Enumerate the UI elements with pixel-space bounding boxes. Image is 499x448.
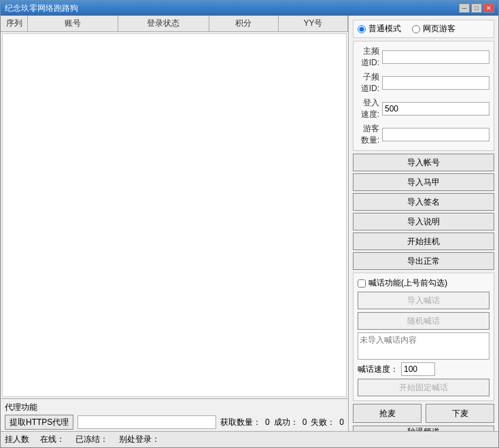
shout-header: 喊话功能(上号前勾选) — [358, 277, 489, 289]
main-channel-input[interactable] — [382, 50, 489, 64]
shout-speed-row: 喊话速度： — [358, 362, 489, 376]
quit-channel-button[interactable]: 秒退频道 — [353, 426, 494, 431]
finished-label: 已冻结： — [75, 434, 108, 445]
proxy-label: 代理功能 — [5, 402, 344, 413]
sub-channel-row: 子频道ID: — [358, 71, 489, 94]
main-content: 序列 账号 登录状态 积分 YY号 代理功能 提取HTTPS代理 获取数量： 0… — [1, 16, 498, 431]
proxy-bar: 代理功能 提取HTTPS代理 获取数量： 0 成功： 0 失败： 0 — [1, 398, 348, 431]
maximize-button[interactable]: □ — [471, 3, 482, 13]
export-normal-button[interactable]: 导出正常 — [353, 252, 494, 270]
table-header: 序列 账号 登录状态 积分 YY号 — [1, 16, 348, 32]
window-title: 纪念玖零网络跑路狗 — [5, 3, 78, 14]
title-bar: 纪念玖零网络跑路狗 ─ □ ✕ — [1, 1, 498, 16]
sub-channel-label: 子频道ID: — [358, 71, 379, 94]
col-header-status: 登录状态 — [118, 16, 209, 31]
finished-item: 已冻结： — [75, 434, 108, 445]
import-shout-button[interactable]: 导入喊话 — [358, 292, 489, 309]
login-speed-label: 登入速度: — [358, 97, 379, 120]
right-panel: 普通模式 网页游客 主频道ID: 子频道ID: 登入速度: — [349, 16, 498, 431]
status-bar: 挂人数 在线： 已冻结： 别处登录： — [1, 431, 498, 447]
main-channel-row: 主频道ID: — [358, 46, 489, 69]
shout-section: 喊话功能(上号前勾选) 导入喊话 随机喊话 喊话速度： 开始固定喊话 — [353, 273, 494, 401]
random-shout-button[interactable]: 随机喊话 — [358, 312, 489, 330]
login-speed-input[interactable] — [382, 102, 489, 116]
shout-speed-label: 喊话速度： — [358, 364, 398, 375]
hang-count-item: 挂人数 — [5, 434, 29, 445]
login-speed-row: 登入速度: — [358, 97, 489, 120]
proxy-row: 提取HTTPS代理 获取数量： 0 成功： 0 失败： 0 — [5, 415, 344, 430]
import-armor-button[interactable]: 导入马甲 — [353, 173, 494, 191]
mode-group: 普通模式 网页游客 — [353, 20, 494, 38]
mic-buttons: 抢麦 下麦 — [353, 404, 494, 423]
minimize-button[interactable]: ─ — [459, 3, 470, 13]
normal-mode-radio[interactable] — [358, 25, 366, 33]
diff-login-label: 别处登录： — [119, 434, 160, 445]
close-button[interactable]: ✕ — [483, 3, 494, 13]
guest-count-label: 游客数量: — [358, 123, 379, 146]
grab-mic-button[interactable]: 抢麦 — [353, 404, 421, 423]
action-buttons: 导入帐号 导入马甲 导入签名 导入说明 开始挂机 导出正常 — [353, 154, 494, 270]
proxy-input[interactable] — [78, 415, 216, 429]
normal-mode-option[interactable]: 普通模式 — [358, 23, 401, 35]
guest-count-row: 游客数量: — [358, 123, 489, 146]
start-bot-button[interactable]: 开始挂机 — [353, 232, 494, 250]
config-form: 主频道ID: 子频道ID: 登入速度: 游客数量: — [353, 41, 494, 151]
drop-mic-button[interactable]: 下麦 — [426, 404, 494, 423]
success-label: 成功： — [274, 417, 298, 428]
fetch-count-label: 获取数量： — [220, 417, 261, 428]
web-mode-radio[interactable] — [412, 25, 420, 33]
table-body — [2, 33, 347, 397]
sub-channel-input[interactable] — [382, 76, 489, 90]
fetch-count-value: 0 — [265, 417, 270, 427]
col-header-yy: YY号 — [279, 16, 348, 31]
import-desc-button[interactable]: 导入说明 — [353, 213, 494, 230]
left-panel: 序列 账号 登录状态 积分 YY号 代理功能 提取HTTPS代理 获取数量： 0… — [1, 16, 349, 431]
window-controls: ─ □ ✕ — [459, 3, 494, 13]
fail-value: 0 — [339, 417, 344, 427]
start-fixed-shout-button[interactable]: 开始固定喊话 — [358, 379, 489, 396]
import-account-button[interactable]: 导入帐号 — [353, 154, 494, 171]
hang-count-label: 挂人数 — [5, 434, 29, 445]
import-sign-button[interactable]: 导入签名 — [353, 193, 494, 211]
diff-login-item: 别处登录： — [119, 434, 160, 445]
online-label: 在线： — [40, 434, 65, 445]
shout-checkbox[interactable] — [358, 279, 366, 288]
normal-mode-label: 普通模式 — [368, 23, 401, 35]
fail-label: 失败： — [311, 417, 335, 428]
main-channel-label: 主频道ID: — [358, 46, 379, 69]
main-window: 纪念玖零网络跑路狗 ─ □ ✕ 序列 账号 登录状态 积分 YY号 代理功能 提… — [0, 0, 499, 448]
success-value: 0 — [303, 417, 307, 427]
web-mode-label: 网页游客 — [423, 23, 455, 35]
shout-header-label: 喊话功能(上号前勾选) — [368, 277, 447, 289]
online-item: 在线： — [40, 434, 65, 445]
col-header-account: 账号 — [28, 16, 118, 31]
guest-count-input[interactable] — [382, 128, 489, 141]
shout-textarea[interactable] — [358, 332, 489, 360]
shout-speed-input[interactable] — [401, 362, 435, 376]
fetch-proxy-button[interactable]: 提取HTTPS代理 — [5, 415, 73, 430]
web-mode-option[interactable]: 网页游客 — [412, 23, 455, 35]
col-header-seq: 序列 — [1, 16, 28, 31]
col-header-score: 积分 — [209, 16, 279, 31]
